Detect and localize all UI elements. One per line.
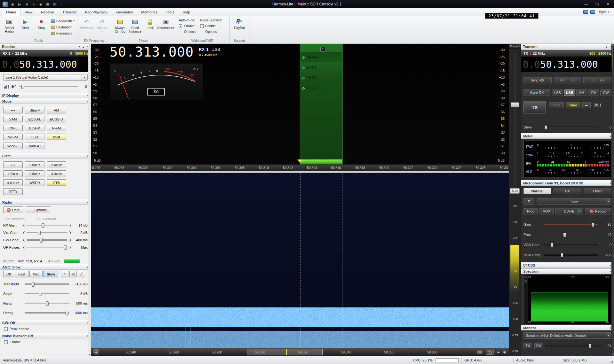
app-icon[interactable] (3, 2, 8, 7)
drive-slider-thumb[interactable] (544, 125, 547, 130)
frequency-axis[interactable]: 0.29650.29850.30050.30250.30450.30650.30… (91, 165, 509, 171)
agc-button[interactable]: Med (29, 271, 43, 277)
sync-rx-button[interactable]: Sync RX (523, 77, 552, 83)
mode-button[interactable]: AM (47, 107, 66, 113)
slider-track[interactable] (27, 239, 67, 241)
ribbon-tab[interactable]: Help (178, 9, 194, 16)
level-bars-icon[interactable] (4, 85, 9, 89)
bandwidth-button[interactable]: Bandwidth▾ (51, 19, 75, 23)
scroll-down-icon[interactable]: ▼ (612, 353, 614, 356)
keyboard-icon[interactable]: ⌨ (477, 350, 482, 354)
ribbon-tab[interactable]: Memories (137, 9, 161, 16)
qat-screenshot-icon[interactable]: ▣ (45, 2, 50, 7)
section-agc[interactable]: AGC: Slow▲ (0, 264, 91, 270)
help-button[interactable]: ?Help (3, 206, 23, 213)
ribbon-tab[interactable]: Receive (37, 9, 59, 16)
calibration-button[interactable]: Calibration (51, 25, 75, 29)
mode-button[interactable]: USB (47, 134, 66, 140)
tune-button[interactable]: Tune (566, 102, 580, 108)
mode-button[interactable]: SAM (3, 116, 23, 122)
mode-button[interactable]: BC-FM (25, 125, 44, 131)
slider-track[interactable] (25, 312, 69, 314)
section-meter[interactable]: Meter▲ (521, 133, 614, 139)
minimize-button[interactable]: — (581, 1, 591, 7)
slider-thumb[interactable] (40, 238, 43, 243)
filter-button[interactable]: 2.6kHz (3, 170, 23, 177)
monitor-icon-2[interactable] (590, 10, 595, 14)
rx-from-tx-button[interactable]: RX ← TX (554, 77, 582, 83)
filter-button[interactable]: 4.0 kHz (3, 179, 23, 186)
screenshot-button[interactable]: Screenshot (158, 17, 174, 37)
qat-customize-dropdown-icon[interactable]: ▾ (59, 2, 64, 7)
mode-button[interactable]: Wide-L (3, 143, 23, 149)
slider-track[interactable] (25, 303, 69, 304)
slider-track[interactable] (27, 232, 67, 233)
tone-button[interactable]: Tone (549, 102, 564, 108)
slider-thumb[interactable] (64, 245, 67, 250)
mode-button[interactable]: W-FM (3, 134, 23, 140)
zoom-slider-handle[interactable] (511, 102, 519, 107)
maximize-button[interactable]: ▢ (592, 1, 602, 7)
slider-track[interactable] (25, 293, 69, 294)
qat-record-icon[interactable]: ● (31, 2, 36, 7)
tx-mode-button[interactable]: FM (588, 89, 599, 96)
filter-button[interactable]: WSPR (25, 179, 44, 186)
scroll-up-icon[interactable]: ▲ (88, 44, 91, 47)
increment-arrow[interactable]: ❯ (69, 231, 72, 234)
peak-enable-checkbox[interactable]: Peak enable (0, 325, 91, 331)
decrement-arrow[interactable]: ❮ (22, 231, 25, 234)
tx-mode-button[interactable]: AM (576, 89, 587, 96)
scroll-up-icon[interactable]: ▲ (612, 44, 614, 47)
auto-mute-enable-checkbox[interactable]: Enable (179, 24, 196, 28)
slider-thumb[interactable] (563, 233, 566, 237)
filter-button[interactable]: RTTY (3, 188, 23, 195)
spectrum-option-icon[interactable] (524, 276, 527, 278)
qat-select-radio-icon[interactable]: ◉ (10, 2, 15, 7)
radio-options-button[interactable]: •••Options (26, 206, 50, 213)
slider-thumb[interactable] (32, 282, 35, 287)
rx-frequency-display[interactable]: 0.050.313.000 (0, 57, 91, 72)
scroll-down-icon[interactable]: ▼ (88, 352, 91, 356)
tuning-line[interactable] (300, 44, 300, 165)
zoom-slider-track[interactable] (514, 51, 516, 185)
mode-button[interactable]: LSB (25, 134, 44, 140)
agc-button[interactable]: Off (3, 271, 14, 277)
tune-options-button[interactable]: ••• (582, 102, 591, 108)
mic-bandwidth-dropdown[interactable]: 2.8kHz▼ (555, 208, 583, 214)
panel-collapse-icon[interactable]: ▴ (606, 45, 607, 48)
mode-button[interactable]: N-FM (47, 125, 66, 131)
slider-thumb[interactable] (38, 231, 41, 235)
lock-button[interactable]: Lock (143, 17, 158, 37)
always-on-top-button[interactable]: Always On Top (113, 17, 128, 37)
zoom-header[interactable]: Zoom▾ (509, 44, 521, 49)
mic-profile-button[interactable]: Other (584, 188, 611, 194)
child-instance-button[interactable]: Child Instance (128, 17, 143, 37)
slider-track[interactable] (544, 254, 598, 256)
mode-button[interactable]: ••• (3, 107, 23, 113)
slider-thumb[interactable] (591, 222, 594, 227)
tx-spectrum-display[interactable]: 2s1s0s 2s1s0s (523, 275, 611, 324)
nav-center-button[interactable]: ◉ (503, 350, 506, 354)
mic-profile-button[interactable]: Normal (523, 188, 551, 194)
agc-graph-icon[interactable]: ▤ (69, 271, 77, 277)
tx-frequency-display[interactable]: 0.050.313.000 (521, 57, 614, 72)
station-spot[interactable]: ◇ W7RH (300, 83, 342, 93)
qat-stop-icon[interactable]: ■ (24, 2, 29, 7)
slider-track[interactable] (544, 224, 598, 225)
scrollbar-thumb[interactable] (89, 48, 91, 71)
tx-mode-button[interactable]: LSB (552, 89, 563, 96)
noise-blanker-enable-checkbox[interactable]: Enable (200, 24, 222, 28)
receive-panel-scrollbar[interactable]: ▲ ▼ (88, 44, 91, 356)
slider-track[interactable] (27, 225, 67, 226)
section-radio[interactable]: Radio▲ (0, 199, 91, 205)
increment-arrow[interactable]: ❯ (69, 224, 72, 227)
section-mode[interactable]: Mode▲ (0, 98, 91, 104)
slider-track[interactable] (27, 247, 67, 248)
qat-start-icon[interactable]: ▶ (17, 2, 22, 7)
slider-track[interactable] (544, 234, 598, 235)
monitor-tx-button[interactable]: TX (523, 343, 532, 349)
waterfall-navigator[interactable]: ◀ 50.24050.26050.28050.30050.32050.34050… (91, 348, 509, 356)
filter-button[interactable]: 2.0kHz (25, 161, 44, 168)
section-ctcss[interactable]: CTCSS▲ (521, 262, 614, 268)
noise-blanker-options-button[interactable]: •••Options (200, 30, 222, 34)
